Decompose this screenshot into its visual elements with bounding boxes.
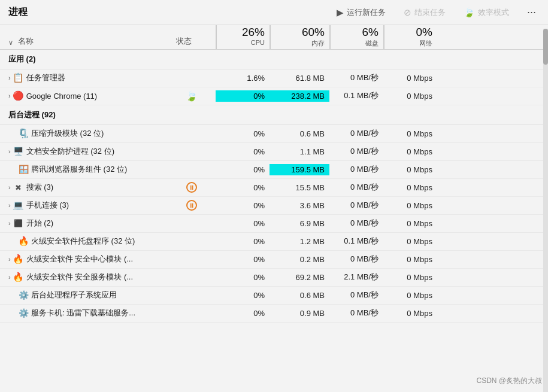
row-cpu: 0% bbox=[216, 128, 270, 139]
section-header-1: 后台进程 (92) bbox=[0, 105, 548, 125]
run-task-button[interactable]: ▶ 运行新任务 bbox=[333, 5, 389, 20]
efficiency-badge: 🍃 bbox=[186, 90, 198, 102]
col-header-name[interactable]: ∨ 名称 bbox=[0, 25, 168, 49]
row-mem: 61.8 MB bbox=[270, 72, 329, 84]
row-name: › ⬛ 开始 (2) bbox=[0, 216, 168, 230]
col-header-mem: 60% 内存 bbox=[270, 25, 329, 49]
row-disk: 0 MB/秒 bbox=[329, 163, 383, 176]
row-name: ⚙️ 后台处理程序子系统应用 bbox=[0, 288, 168, 302]
col-header-disk: 6% 磁盘 bbox=[329, 25, 383, 49]
scrollbar-track[interactable] bbox=[543, 29, 548, 392]
row-status bbox=[168, 222, 216, 224]
row-label: 搜索 (3) bbox=[26, 182, 54, 193]
expand-arrow[interactable]: › bbox=[8, 184, 11, 191]
col-header-cpu: 26% CPU bbox=[216, 25, 270, 49]
expand-arrow[interactable]: › bbox=[8, 274, 11, 281]
row-label: 压缩升级模块 (32 位) bbox=[31, 128, 104, 139]
expand-arrow[interactable]: › bbox=[8, 148, 11, 155]
row-name: 🔥 火绒安全软件托盘程序 (32 位) bbox=[0, 234, 168, 248]
row-net: 0 Mbps bbox=[383, 272, 437, 283]
row-net: 0 Mbps bbox=[383, 146, 437, 157]
row-icon-start: ⬛ bbox=[14, 218, 23, 228]
row-icon-service: ⚙️ bbox=[19, 308, 28, 318]
table-row[interactable]: › ✖ 搜索 (3) ⏸ 0% 15.5 MB 0 MB/秒 0 Mbps bbox=[0, 179, 548, 197]
row-mem: 1.1 MB bbox=[270, 146, 329, 157]
row-mem: 0.6 MB bbox=[270, 290, 329, 301]
row-disk: 0.1 MB/秒 bbox=[329, 89, 383, 102]
row-icon-phone: 💻 bbox=[14, 200, 23, 210]
row-mem: 1.2 MB bbox=[270, 236, 329, 247]
row-net: 0 Mbps bbox=[383, 128, 437, 139]
table-row[interactable]: ⚙️ 后台处理程序子系统应用 0% 0.6 MB 0 MB/秒 0 Mbps bbox=[0, 287, 548, 305]
col-header-status: 状态 bbox=[168, 25, 216, 49]
table-body: 应用 (2) › 📋 任务管理器 1.6% 61.8 MB 0 MB/秒 0 M… bbox=[0, 50, 548, 323]
row-status bbox=[168, 168, 216, 171]
row-net: 0 Mbps bbox=[383, 290, 437, 301]
row-status bbox=[168, 240, 216, 242]
row-label: 开始 (2) bbox=[26, 218, 54, 229]
row-mem: 3.6 MB bbox=[270, 200, 329, 211]
row-cpu: 0% bbox=[216, 200, 270, 211]
row-label: 服务卡机: 迅雷下载基础服务... bbox=[31, 308, 135, 318]
row-name: › 🔥 火绒安全软件 安全服务模块 (... bbox=[0, 270, 168, 284]
row-label: 火绒安全软件 安全中心模块 (... bbox=[26, 254, 133, 265]
row-status bbox=[168, 150, 216, 153]
table-row[interactable]: › 🔴 Google Chrome (11) 🍃 0% 238.2 MB 0.1… bbox=[0, 87, 548, 105]
table-row[interactable]: ⚙️ 服务卡机: 迅雷下载基础服务... 0% 0.9 MB 0 MB/秒 0 … bbox=[0, 305, 548, 323]
more-button[interactable]: ··· bbox=[523, 5, 540, 20]
expand-arrow[interactable]: › bbox=[8, 74, 11, 81]
row-status bbox=[168, 77, 216, 79]
row-mem: 238.2 MB bbox=[270, 90, 329, 102]
row-mem: 0.2 MB bbox=[270, 254, 329, 265]
table-row[interactable]: 🪟 腾讯浏览器服务组件 (32 位) 0% 159.5 MB 0 MB/秒 0 … bbox=[0, 161, 548, 179]
row-net: 0 Mbps bbox=[383, 218, 437, 229]
table-row[interactable]: › 💻 手机连接 (3) ⏸ 0% 3.6 MB 0 MB/秒 0 Mbps bbox=[0, 197, 548, 215]
row-disk: 0 MB/秒 bbox=[329, 253, 383, 266]
row-cpu: 0% bbox=[216, 236, 270, 247]
row-disk: 2.1 MB/秒 bbox=[329, 271, 383, 284]
row-net: 0 Mbps bbox=[383, 236, 437, 247]
table-row[interactable]: 🔥 火绒安全软件托盘程序 (32 位) 0% 1.2 MB 0.1 MB/秒 0… bbox=[0, 233, 548, 251]
table-row[interactable]: › 🖥️ 文档安全防护进程 (32 位) 0% 1.1 MB 0 MB/秒 0 … bbox=[0, 143, 548, 161]
row-status: ⏸ bbox=[168, 181, 216, 194]
efficiency-icon: 🍃 bbox=[464, 7, 475, 18]
row-name: › ✖ 搜索 (3) bbox=[0, 180, 168, 195]
collapse-icon[interactable]: ∨ bbox=[8, 39, 13, 47]
run-task-icon: ▶ bbox=[337, 7, 344, 18]
row-name: ⚙️ 服务卡机: 迅雷下载基础服务... bbox=[0, 306, 168, 320]
row-cpu: 0% bbox=[216, 290, 270, 301]
expand-arrow[interactable]: › bbox=[8, 202, 11, 209]
row-label: 腾讯浏览器服务组件 (32 位) bbox=[31, 164, 127, 175]
expand-arrow[interactable]: › bbox=[8, 220, 11, 227]
expand-arrow[interactable]: › bbox=[8, 92, 11, 99]
table-header: ∨ 名称 状态 26% CPU 60% 内存 6% 磁盘 0% 网络 bbox=[0, 25, 548, 50]
title-bar: 进程 ▶ 运行新任务 ⊘ 结束任务 🍃 效率模式 ··· bbox=[0, 0, 548, 25]
row-disk: 0 MB/秒 bbox=[329, 181, 383, 194]
paused-badge: ⏸ bbox=[186, 200, 197, 211]
row-disk: 0 MB/秒 bbox=[329, 71, 383, 84]
row-net: 0 Mbps bbox=[383, 308, 437, 319]
row-icon-search: ✖ bbox=[14, 183, 23, 192]
scrollbar-thumb[interactable] bbox=[543, 29, 548, 65]
watermark: CSDN @炙热的大叔 bbox=[476, 376, 542, 386]
table-row[interactable]: 🗜️ 压缩升级模块 (32 位) 0% 0.6 MB 0 MB/秒 0 Mbps bbox=[0, 125, 548, 143]
row-status bbox=[168, 312, 216, 314]
row-name: › 🔥 火绒安全软件 安全中心模块 (... bbox=[0, 252, 168, 266]
row-label: 手机连接 (3) bbox=[26, 200, 69, 211]
section-title-1: 后台进程 (92) bbox=[0, 108, 168, 121]
row-cpu: 0% bbox=[216, 254, 270, 265]
row-icon-fire: 🔥 bbox=[14, 272, 23, 282]
efficiency-label: 效率模式 bbox=[478, 7, 509, 18]
efficiency-mode-button[interactable]: 🍃 效率模式 bbox=[460, 5, 513, 20]
end-task-button[interactable]: ⊘ 结束任务 bbox=[400, 5, 449, 20]
row-icon-task: 📋 bbox=[14, 73, 23, 83]
table-row[interactable]: › 📋 任务管理器 1.6% 61.8 MB 0 MB/秒 0 Mbps bbox=[0, 69, 548, 87]
row-icon-browser: 🪟 bbox=[19, 165, 28, 174]
table-row[interactable]: › 🔥 火绒安全软件 安全中心模块 (... 0% 0.2 MB 0 MB/秒 … bbox=[0, 251, 548, 269]
row-name: › 📋 任务管理器 bbox=[0, 71, 168, 85]
table-row[interactable]: › ⬛ 开始 (2) 0% 6.9 MB 0 MB/秒 0 Mbps bbox=[0, 215, 548, 233]
row-mem: 0.9 MB bbox=[270, 308, 329, 319]
row-label: 后台处理程序子系统应用 bbox=[31, 290, 117, 300]
table-row[interactable]: › 🔥 火绒安全软件 安全服务模块 (... 0% 69.2 MB 2.1 MB… bbox=[0, 269, 548, 287]
expand-arrow[interactable]: › bbox=[8, 256, 11, 263]
